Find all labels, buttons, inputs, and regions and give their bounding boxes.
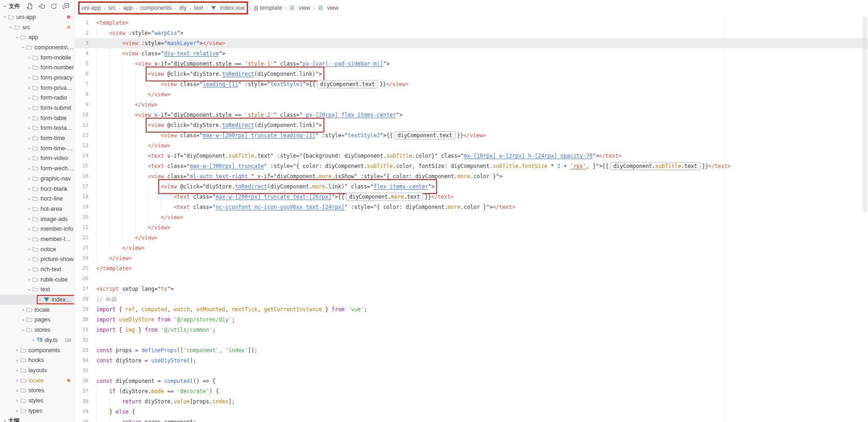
tree-item-stores[interactable]: ›stores — [0, 325, 74, 335]
tree-item-form-video[interactable]: ›form-video — [0, 154, 74, 164]
code-line-27[interactable]: 27<script setup lang="ts"> — [75, 284, 868, 294]
tree-item-text[interactable]: ›text — [0, 285, 74, 295]
tree-item-components[interactable]: ›components — [0, 345, 74, 355]
code-line-34[interactable]: 34const diyStore = useDiyStore(); — [75, 355, 868, 366]
code-line-23[interactable]: 23</view> — [75, 243, 868, 253]
tree-item-form-time[interactable]: ›form-time — [0, 133, 74, 143]
breadcrumb-item-text[interactable]: text — [194, 5, 203, 11]
code-line-39[interactable]: 39} else { — [75, 407, 868, 417]
code-line-13[interactable]: 13</view> — [75, 141, 868, 151]
code-line-16[interactable]: 16<view class="ml-auto text-right " v-if… — [75, 171, 868, 181]
tree-item-form-textarea[interactable]: ›form-textarea — [0, 123, 74, 134]
indent-guide — [96, 48, 109, 59]
tree-item-graphic-nav[interactable]: ›graphic-nav — [0, 174, 74, 184]
code-area[interactable]: 1<template>2<view :style="warpCss">3<vie… — [75, 15, 868, 422]
editor-scrollbar[interactable] — [863, 17, 867, 212]
tree-item-horz-line[interactable]: ›horz-line — [0, 194, 74, 204]
tree-item-app[interactable]: ›app — [0, 32, 74, 42]
code-line-6[interactable]: 6<view @click="diyStore.toRedirect(diyCo… — [75, 69, 868, 79]
tree-item-types[interactable]: ›types — [0, 406, 74, 416]
code-line-32[interactable]: 32 — [75, 335, 868, 345]
code-line-2[interactable]: 2<view :style="warpCss"> — [75, 28, 868, 38]
breadcrumb-item-diy[interactable]: diy — [179, 5, 187, 11]
tree-item-form-time-sco...[interactable]: ›form-time-sco... — [0, 143, 74, 154]
code-line-10[interactable]: 10<view v-if="diyComponent.style == 'sty… — [75, 110, 868, 120]
new-file-icon[interactable] — [26, 3, 33, 10]
element-icon — [318, 5, 323, 11]
tree-item-image-ads[interactable]: ›image-ads — [0, 214, 74, 224]
code-line-29[interactable]: 29import { ref, computed, watch, onMount… — [75, 304, 868, 315]
tree-item-layouts[interactable]: ›layouts — [0, 365, 74, 375]
tree-item-member-info[interactable]: ›member-info — [0, 224, 74, 234]
breadcrumb-item-src[interactable]: src — [108, 5, 116, 11]
breadcrumb-item-template[interactable]: {}template — [254, 5, 283, 11]
code-line-24[interactable]: 24</view> — [75, 253, 868, 263]
tree-item-horz-blank[interactable]: ›horz-blank — [0, 184, 74, 194]
breadcrumb-item-view[interactable]: view — [289, 5, 310, 11]
tree-item-pages[interactable]: ›pages — [0, 315, 74, 325]
code-line-33[interactable]: 33const props = defineProps(['component'… — [75, 345, 868, 355]
tree-item-rich-text[interactable]: ›rich-text — [0, 264, 74, 275]
code-line-30[interactable]: 30import useDiyStore from '@/app/stores/… — [75, 315, 868, 325]
tree-item-components-diy[interactable]: ›components\diy — [0, 42, 74, 53]
new-folder-icon[interactable] — [38, 3, 45, 10]
tree-item-form-table[interactable]: ›form-table — [0, 113, 74, 123]
tree-item-rubik-cube[interactable]: ›rubik-cube — [0, 275, 74, 285]
code-line-37[interactable]: 37if (diyStore.mode == 'decorate') { — [75, 386, 868, 396]
tree-item-locale[interactable]: ›locale — [0, 375, 74, 386]
tree-item-form-mobile[interactable]: ›form-mobile — [0, 53, 74, 63]
code-line-14[interactable]: 14<text v-if="diyComponent.subTitle.text… — [75, 151, 868, 161]
tree-item-form-privacy-...[interactable]: ›form-privacy-... — [0, 83, 74, 93]
code-line-12[interactable]: 12<view class="max-w-[200rpx] truncate l… — [75, 130, 868, 141]
code-line-3[interactable]: 3<view :style="maskLayer"></view> — [75, 38, 868, 48]
refresh-icon[interactable] — [50, 3, 57, 10]
code-line-1[interactable]: 1<template> — [75, 18, 868, 28]
code-line-36[interactable]: 36const diyComponent = computed(() => { — [75, 376, 868, 386]
code-line-4[interactable]: 4<view class="diy-text relative"> — [75, 48, 868, 59]
collapse-all-icon[interactable] — [62, 3, 69, 10]
outline-section-header[interactable]: › 大纲 — [0, 416, 74, 422]
tree-item-form-wechat-...[interactable]: ›form-wechat-... — [0, 163, 74, 174]
code-line-22[interactable]: 22</view> — [75, 233, 868, 243]
code-line-9[interactable]: 9</view> — [75, 100, 868, 110]
tree-item-locale[interactable]: ›locale — [0, 305, 74, 315]
code-line-40[interactable]: 40return props.component; — [75, 417, 868, 422]
tree-item-index.vue[interactable]: ›index.vue — [0, 295, 74, 305]
tree-item-uni-app[interactable]: ›uni-app — [0, 12, 74, 22]
tree-item-hot-area[interactable]: ›hot-area — [0, 204, 74, 214]
breadcrumb-item-app[interactable]: app — [123, 5, 133, 11]
code-line-28[interactable]: 28// 标题 — [75, 294, 868, 304]
tree-item-form-submit[interactable]: ›form-submit — [0, 103, 74, 113]
code-line-7[interactable]: 7<view class="leading-[1]" :style="textS… — [75, 79, 868, 89]
tree-item-form-number[interactable]: ›form-number — [0, 62, 74, 73]
chevron-down-icon[interactable]: › — [2, 3, 7, 9]
breadcrumb-item-index.vue[interactable]: index.vue — [211, 5, 245, 11]
code-line-17[interactable]: 17<view @click="diyStore.toRedirect(diyC… — [75, 181, 868, 192]
tree-item-styles[interactable]: ›styles — [0, 395, 74, 406]
breadcrumb-item-uni-app[interactable]: uni-app — [81, 5, 101, 11]
tree-item-form-privacy[interactable]: ›form-privacy — [0, 73, 74, 83]
code-line-19[interactable]: 19<text class="nc-iconfont nc-icon-youV6… — [75, 202, 868, 212]
tree-item-stores[interactable]: ›stores — [0, 385, 74, 395]
code-line-25[interactable]: 25</template> — [75, 263, 868, 274]
code-line-35[interactable]: 35 — [75, 366, 868, 376]
tree-item-hooks[interactable]: ›hooks — [0, 355, 74, 365]
code-line-11[interactable]: 11<view @click="diyStore.toRedirect(diyC… — [75, 120, 868, 130]
code-line-20[interactable]: 20</view> — [75, 212, 868, 222]
code-line-15[interactable]: 15<text class="max-w-[300rpx] truncate" … — [75, 161, 868, 171]
code-line-18[interactable]: 18<text class="max-w-[200rpx] truncate t… — [75, 192, 868, 202]
breadcrumb-item-components[interactable]: components — [140, 5, 172, 11]
tree-item-src[interactable]: ›src — [0, 22, 74, 33]
code-line-26[interactable]: 26 — [75, 274, 868, 284]
tree-item-member-level[interactable]: ›member-level — [0, 234, 74, 244]
code-line-5[interactable]: 5<view v-if="diyComponent.style == 'styl… — [75, 59, 868, 69]
code-line-38[interactable]: 38return diyStore.value[props.index]; — [75, 396, 868, 407]
breadcrumb-item-view[interactable]: view — [318, 5, 339, 11]
tree-item-picture-show[interactable]: ›picture-show — [0, 255, 74, 265]
tree-item-notice[interactable]: ›notice — [0, 244, 74, 255]
tree-item-diy.ts[interactable]: ›TSdiy.ts1M — [0, 335, 74, 345]
code-line-21[interactable]: 21</view> — [75, 222, 868, 233]
tree-item-form-radio[interactable]: ›form-radio — [0, 93, 74, 103]
code-line-8[interactable]: 8</view> — [75, 89, 868, 100]
code-line-31[interactable]: 31import { img } from '@/utils/common'; — [75, 325, 868, 335]
